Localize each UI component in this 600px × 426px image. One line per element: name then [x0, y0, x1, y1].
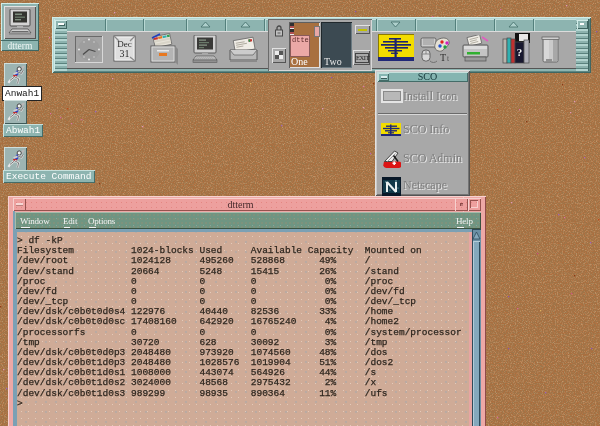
- svg-text:t: t: [447, 54, 450, 63]
- svg-text:?: ?: [517, 46, 523, 58]
- svg-text:T: T: [440, 52, 446, 63]
- svg-text:31: 31: [120, 48, 130, 59]
